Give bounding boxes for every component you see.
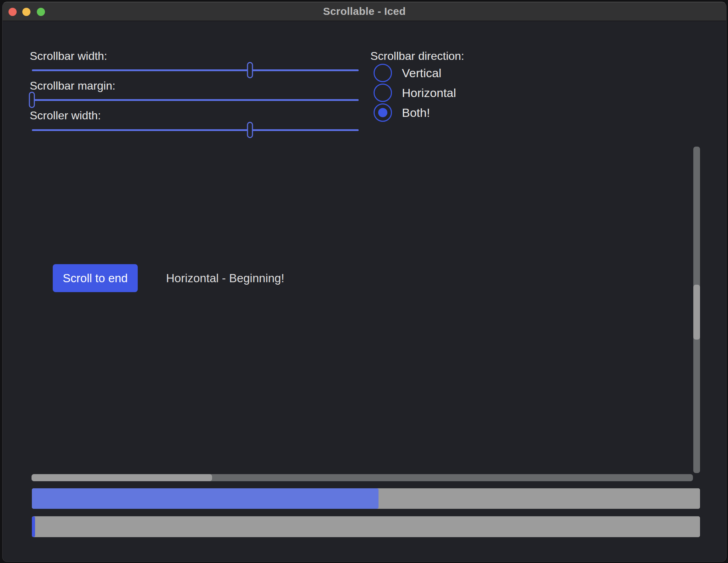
radio-selected-dot (378, 108, 387, 117)
vertical-scroll-progress-bar (32, 516, 700, 537)
progress-fill (32, 488, 379, 509)
radio-circle[interactable] (374, 103, 392, 122)
slider-rail[interactable] (32, 69, 359, 71)
radio-label: Horizontal (402, 86, 456, 100)
horizontal-scroll-progress-bar (32, 488, 700, 509)
radio-option-both[interactable]: Both! (374, 103, 430, 122)
vertical-scrollbar-rail[interactable] (693, 147, 700, 473)
slider-handle[interactable] (29, 92, 35, 108)
slider-handle[interactable] (247, 122, 253, 138)
radio-option-vertical[interactable]: Vertical (374, 64, 442, 82)
radio-option-horizontal[interactable]: Horizontal (374, 84, 456, 102)
scroll-to-end-button[interactable]: Scroll to end (53, 264, 138, 292)
radio-circle[interactable] (374, 64, 392, 82)
scrollbar-direction-label: Scrollbar direction: (370, 50, 464, 62)
scroll-to-end-label: Scroll to end (63, 272, 127, 285)
close-button[interactable] (8, 8, 17, 16)
slider-handle[interactable] (247, 62, 253, 78)
window-title: Scrollable - Iced (323, 5, 405, 17)
radio-label: Vertical (402, 66, 442, 80)
scroller-width-slider[interactable] (32, 122, 359, 138)
slider-rail[interactable] (32, 99, 359, 101)
radio-circle[interactable] (374, 84, 392, 102)
zoom-button[interactable] (37, 8, 45, 16)
scrollbar-margin-label: Scrollbar margin: (30, 79, 115, 92)
titlebar[interactable]: Scrollable - Iced (2, 2, 726, 21)
slider-rail[interactable] (32, 129, 359, 131)
minimize-button[interactable] (22, 8, 30, 16)
scrollbar-width-label: Scrollbar width: (30, 50, 107, 62)
scrollbar-width-slider[interactable] (32, 62, 359, 78)
horizontal-scrollbar-rail[interactable] (32, 474, 693, 481)
scrollbar-margin-slider[interactable] (32, 92, 359, 108)
radio-label: Both! (402, 106, 430, 120)
scroller-width-label: Scroller width: (30, 109, 101, 122)
app-window: Scrollable - Iced Scrollbar width: Scrol… (2, 2, 727, 562)
vertical-scroller[interactable] (693, 285, 700, 340)
scroll-status-text: Horizontal - Beginning! (166, 264, 284, 292)
progress-fill (32, 516, 35, 537)
horizontal-scroller[interactable] (32, 474, 212, 481)
